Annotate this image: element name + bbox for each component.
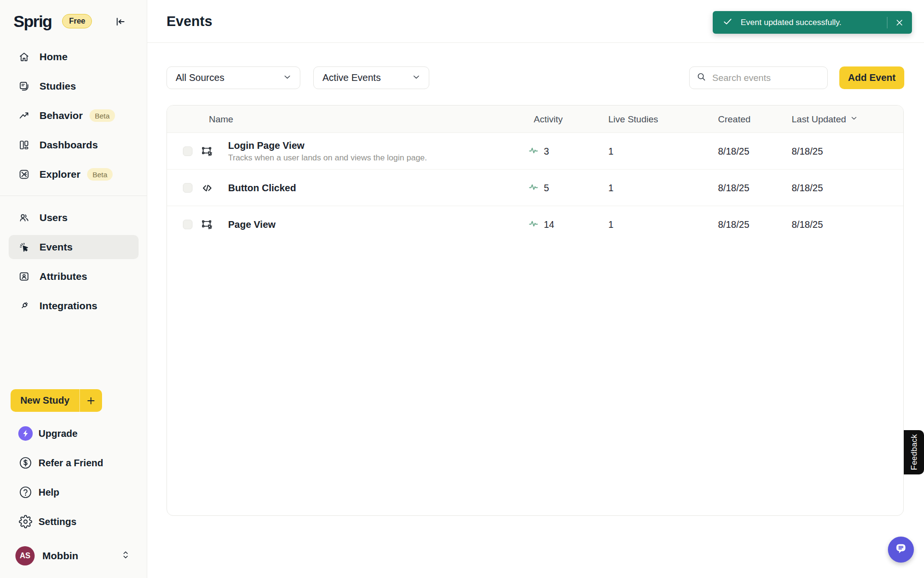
status-filter-dropdown[interactable]: Active Events — [313, 66, 429, 89]
last-updated-cell: 8/18/25 — [792, 170, 823, 206]
app-window: Sprig Free Home Studies — [0, 0, 924, 578]
source-filter-value: All Sources — [176, 72, 224, 83]
upgrade-icon — [18, 426, 33, 441]
refer-a-friend-button[interactable]: Refer a Friend — [9, 451, 139, 475]
activity-pulse-icon — [528, 218, 539, 231]
chat-widget-button[interactable] — [888, 537, 914, 563]
attributes-icon — [18, 271, 30, 282]
sidebar-item-studies[interactable]: Studies — [9, 74, 139, 98]
events-table: Name Activity Live Studies Created Last … — [167, 105, 904, 516]
activity-count: 3 — [544, 146, 549, 157]
source-filter-dropdown[interactable]: All Sources — [167, 66, 300, 89]
settings-button[interactable]: Settings — [9, 510, 139, 534]
created-cell: 8/18/25 — [718, 206, 749, 243]
account-name: Mobbin — [42, 550, 121, 562]
sidebar-utility: Upgrade Refer a Friend Help Settings — [9, 421, 139, 539]
sidebar-item-label: Explorer — [39, 169, 80, 180]
integrations-icon — [18, 300, 30, 312]
sidebar-header: Sprig Free — [13, 11, 139, 32]
beta-badge: Beta — [90, 109, 115, 122]
utility-label: Settings — [38, 516, 77, 527]
add-event-button[interactable]: Add Event — [839, 66, 904, 89]
event-name: Page View — [228, 219, 276, 230]
last-updated-cell: 8/18/25 — [792, 206, 823, 243]
plus-icon[interactable] — [80, 395, 102, 406]
sidebar-item-events[interactable]: Events — [9, 235, 139, 259]
live-studies-cell: 1 — [608, 133, 614, 170]
column-header-created[interactable]: Created — [718, 105, 751, 133]
new-study-label: New Study — [11, 395, 79, 406]
sidebar-item-attributes[interactable]: Attributes — [9, 264, 139, 289]
sidebar-nav: Home Studies Behavior Beta Dashboard — [9, 45, 139, 323]
table-row[interactable]: Page View 14 1 8/18/25 8/18/25 — [167, 206, 903, 243]
column-header-name[interactable]: Name — [209, 105, 233, 133]
created-cell: 8/18/25 — [718, 133, 749, 170]
new-study-button[interactable]: New Study — [11, 389, 102, 412]
upgrade-button[interactable]: Upgrade — [9, 421, 139, 446]
event-name: Login Page View — [228, 140, 305, 151]
home-icon — [18, 51, 30, 63]
column-header-activity[interactable]: Activity — [534, 105, 563, 133]
activity-pulse-icon — [528, 182, 539, 195]
sidebar: Sprig Free Home Studies — [0, 0, 147, 578]
no-code-event-icon — [201, 206, 214, 243]
sidebar-divider — [0, 196, 147, 196]
users-icon — [18, 212, 30, 223]
feedback-tab[interactable]: Feedback — [904, 430, 924, 474]
collapse-sidebar-icon[interactable] — [114, 15, 127, 28]
sidebar-item-users[interactable]: Users — [9, 206, 139, 230]
table-row[interactable]: Login Page View Tracks when a user lands… — [167, 133, 903, 170]
chevron-up-down-icon — [121, 550, 130, 562]
created-cell: 8/18/25 — [718, 170, 749, 206]
search-icon — [696, 72, 706, 84]
dashboards-icon — [18, 139, 30, 151]
gear-icon — [18, 514, 33, 529]
activity-cell: 5 — [528, 170, 549, 206]
event-description: Tracks when a user lands on and views th… — [228, 153, 427, 163]
last-updated-cell: 8/18/25 — [792, 133, 823, 170]
table-header-row: Name Activity Live Studies Created Last … — [167, 105, 903, 133]
sidebar-item-dashboards[interactable]: Dashboards — [9, 133, 139, 157]
help-button[interactable]: Help — [9, 480, 139, 504]
event-name-cell: Button Clicked — [228, 170, 296, 206]
activity-cell: 14 — [528, 206, 554, 243]
event-name-cell: Page View — [228, 206, 276, 243]
feedback-label: Feedback — [910, 434, 919, 471]
sidebar-item-explorer[interactable]: Explorer Beta — [9, 162, 139, 186]
column-header-label: Last Updated — [792, 114, 846, 125]
chat-bubble-icon — [894, 541, 908, 558]
activity-pulse-icon — [528, 145, 539, 158]
chevron-down-icon — [411, 72, 421, 84]
close-icon[interactable] — [895, 18, 904, 27]
sidebar-item-home[interactable]: Home — [9, 45, 139, 69]
avatar: AS — [15, 546, 35, 565]
event-name: Button Clicked — [228, 183, 296, 194]
column-header-last-updated[interactable]: Last Updated — [792, 105, 858, 133]
account-switcher[interactable]: AS Mobbin — [9, 542, 139, 569]
utility-label: Upgrade — [38, 428, 77, 439]
search-input[interactable] — [711, 72, 821, 84]
refer-icon — [18, 456, 33, 470]
plan-badge: Free — [62, 14, 92, 28]
toast-divider — [887, 17, 887, 28]
check-icon — [722, 16, 733, 29]
explorer-icon — [18, 169, 30, 180]
table-row[interactable]: Button Clicked 5 1 8/18/25 8/18/25 — [167, 170, 903, 206]
no-code-event-icon — [201, 133, 214, 170]
sidebar-item-label: Studies — [39, 80, 76, 92]
column-header-live-studies[interactable]: Live Studies — [608, 105, 658, 133]
help-icon — [18, 485, 33, 499]
row-checkbox[interactable] — [183, 183, 192, 193]
row-checkbox[interactable] — [183, 146, 192, 156]
event-name-cell: Login Page View Tracks when a user lands… — [228, 133, 427, 170]
activity-cell: 3 — [528, 133, 549, 170]
events-icon — [18, 241, 30, 253]
sidebar-item-label: Users — [39, 212, 67, 223]
sidebar-item-behavior[interactable]: Behavior Beta — [9, 104, 139, 128]
utility-label: Refer a Friend — [38, 458, 103, 469]
sidebar-item-integrations[interactable]: Integrations — [9, 294, 139, 318]
activity-count: 14 — [544, 219, 554, 230]
row-checkbox[interactable] — [183, 220, 192, 229]
main-content: Events Event updated successfully. All S… — [147, 0, 924, 578]
behavior-icon — [18, 110, 30, 121]
